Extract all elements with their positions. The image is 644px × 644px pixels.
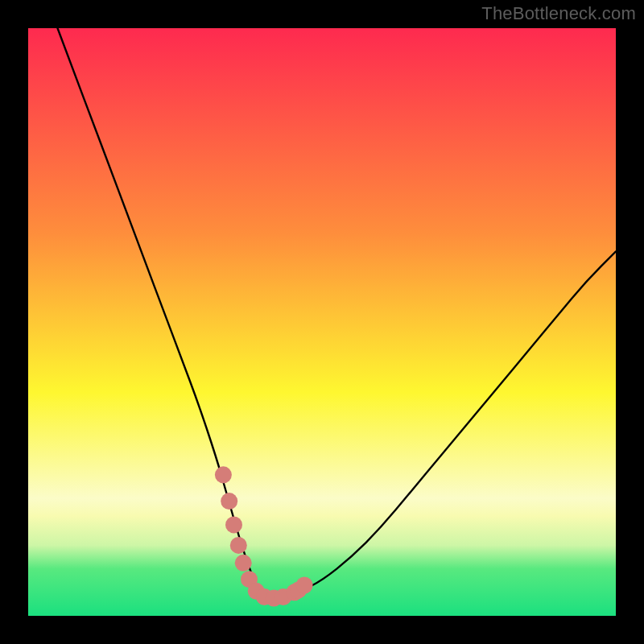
- optimal-marker: [235, 555, 252, 572]
- svg-rect-0: [28, 28, 616, 616]
- optimal-marker: [296, 577, 313, 594]
- optimal-marker: [225, 516, 242, 533]
- bottleneck-chart: [28, 28, 616, 616]
- chart-frame: TheBottleneck.com: [0, 0, 644, 644]
- optimal-marker: [221, 493, 237, 510]
- plot-area: [28, 28, 616, 616]
- optimal-marker: [215, 466, 232, 483]
- watermark-text: TheBottleneck.com: [481, 3, 636, 24]
- optimal-marker: [230, 537, 247, 554]
